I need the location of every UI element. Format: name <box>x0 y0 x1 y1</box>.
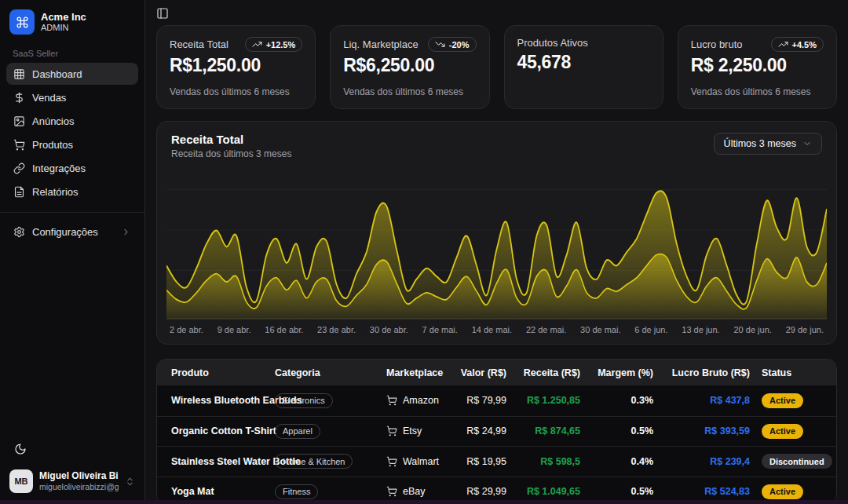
column-header-receita-r-: Receita (R$) <box>510 367 583 378</box>
column-header-lucro-bruto-r-: Lucro Bruto (R$) <box>656 367 753 378</box>
stat-subtitle: Vendas dos últimos 6 meses <box>691 86 824 97</box>
column-header-valor-r-: Valor (R$) <box>455 367 510 378</box>
stat-title: Produtos Ativos <box>517 37 588 49</box>
topbar <box>156 5 837 22</box>
table-body: Wireless Bluetooth Earbuds Electronics A… <box>157 385 836 504</box>
cell-produto: Stainless Steel Water Bottle <box>157 456 272 467</box>
main-content: Receita Total +12.5% R$1,250.00 Vendas d… <box>145 0 848 504</box>
sidebar-item-anuncios[interactable]: Anúncios <box>6 110 138 132</box>
cell-valor: R$ 79,99 <box>455 395 510 406</box>
area-chart-svg <box>166 170 827 320</box>
status-badge: Active <box>762 484 803 499</box>
grid-icon <box>13 68 25 80</box>
trend-value: +12.5% <box>266 40 296 49</box>
cell-lucro: R$ 239,4 <box>656 456 753 467</box>
x-tick: 14 de mai. <box>472 325 512 334</box>
x-axis-ticks: 2 de abr.9 de abr.16 de abr.23 de abr.30… <box>166 320 827 336</box>
cart-icon <box>386 395 397 406</box>
marketplace-name: Amazon <box>403 395 439 406</box>
cell-lucro: R$ 393,59 <box>656 425 753 436</box>
sidebar-item-vendas[interactable]: Vendas <box>6 86 138 108</box>
trending-down-icon <box>435 39 445 49</box>
cell-valor: R$ 24,99 <box>455 425 510 436</box>
org-switcher[interactable]: Acme Inc ADMIN <box>6 8 138 35</box>
x-tick: 22 de mai. <box>526 325 566 334</box>
cell-receita: R$ 874,65 <box>510 425 583 436</box>
stat-card-lucro-bruto: Lucro bruto +4.5% R$ 2,250.00 Vendas dos… <box>678 25 837 109</box>
cell-produto: Yoga Mat <box>157 486 272 497</box>
category-badge: Fitness <box>275 484 318 499</box>
sidebar-item-label: Integrações <box>32 163 86 174</box>
column-header-margem-: Margem (%) <box>583 367 656 378</box>
sidebar-item-dashboard[interactable]: Dashboard <box>6 63 138 85</box>
table-row: Wireless Bluetooth Earbuds Electronics A… <box>157 385 836 416</box>
sidebar-item-relatorios[interactable]: Relatórios <box>6 181 138 203</box>
dollar-icon <box>13 92 25 104</box>
sidebar-item-label: Anúncios <box>32 115 74 127</box>
x-tick: 30 de abr. <box>370 325 408 334</box>
sidebar-section-label: SaaS Seller <box>6 49 138 58</box>
x-tick: 13 de jun. <box>682 325 719 334</box>
sidebar-item-configuracoes[interactable]: Configurações <box>6 221 138 243</box>
x-tick: 16 de abr. <box>265 325 303 334</box>
date-range-select[interactable]: Últimos 3 meses <box>714 133 822 155</box>
cart-icon <box>386 425 397 436</box>
stat-value: R$1,250.00 <box>170 55 302 76</box>
x-tick: 30 de mai. <box>580 325 620 334</box>
status-badge: Active <box>762 424 803 439</box>
stat-cards-row: Receita Total +12.5% R$1,250.00 Vendas d… <box>156 25 837 109</box>
theme-toggle-button[interactable] <box>9 438 31 460</box>
x-tick: 9 de abr. <box>217 325 251 334</box>
stat-card-liq-marketplace: Liq. Marketplace -20% R$6,250.00 Vendas … <box>330 25 489 109</box>
cell-produto: Wireless Bluetooth Earbuds <box>157 395 272 406</box>
cell-lucro: R$ 524,83 <box>656 486 753 497</box>
cell-margem: 0.3% <box>583 395 656 406</box>
x-tick: 7 de mai. <box>422 325 458 334</box>
user-name: Miguel Oliveira Bizzi <box>39 470 119 482</box>
x-tick: 2 de abr. <box>170 325 203 334</box>
file-icon <box>13 186 25 198</box>
link-icon <box>13 163 25 174</box>
trending-up-icon <box>778 39 788 49</box>
products-table: ProdutoCategoriaMarketplaceValor (R$)Rec… <box>156 359 837 504</box>
sidebar-item-label: Produtos <box>32 139 73 151</box>
cell-marketplace: Amazon <box>383 395 455 406</box>
image-icon <box>13 115 25 127</box>
status-badge: Active <box>762 393 803 408</box>
cell-produto: Organic Cotton T-Shirt <box>157 425 272 436</box>
cell-margem: 0.5% <box>583 486 656 497</box>
user-email: migueloliveirabizzi@gmail.... <box>39 482 119 492</box>
gear-icon <box>13 226 25 238</box>
area-chart <box>166 170 827 320</box>
status-badge: Discontinued <box>762 454 832 469</box>
sidebar-toggle-button[interactable] <box>156 7 169 20</box>
user-menu[interactable]: MB Miguel Oliveira Bizzi migueloliveirab… <box>6 466 138 496</box>
column-header-marketplace: Marketplace <box>383 367 455 378</box>
cell-marketplace: Etsy <box>383 425 455 436</box>
column-header-categoria: Categoria <box>272 367 383 378</box>
table-row: Organic Cotton T-Shirt Apparel Etsy R$ 2… <box>157 416 836 447</box>
sidebar-item-label: Vendas <box>32 92 66 104</box>
table-header-row: ProdutoCategoriaMarketplaceValor (R$)Rec… <box>157 360 836 385</box>
stat-card-receita-total: Receita Total +12.5% R$1,250.00 Vendas d… <box>156 25 316 109</box>
column-header-status: Status <box>753 367 836 378</box>
marketplace-name: Etsy <box>403 425 422 436</box>
cell-marketplace: eBay <box>383 486 455 497</box>
user-meta: Miguel Oliveira Bizzi migueloliveirabizz… <box>39 470 119 492</box>
stat-value: R$6,250.00 <box>343 55 476 76</box>
stat-value: R$ 2,250.00 <box>691 55 824 76</box>
trend-value: -20% <box>449 40 470 49</box>
chart-header: Receita Total Receita dos últimos 3 mese… <box>166 133 827 159</box>
sidebar: Acme Inc ADMIN SaaS Seller Dashboard Ven… <box>0 0 145 504</box>
trend-badge: +4.5% <box>771 37 824 52</box>
sidebar-item-integracoes[interactable]: Integrações <box>6 157 138 179</box>
stat-value: 45,678 <box>517 52 650 73</box>
sidebar-divider <box>0 212 144 213</box>
marketplace-name: eBay <box>403 486 426 497</box>
stat-subtitle: Vendas dos últimos 6 meses <box>170 86 302 97</box>
sidebar-item-produtos[interactable]: Produtos <box>6 133 138 155</box>
command-icon <box>16 16 29 29</box>
table-row: Stainless Steel Water Bottle Home & Kitc… <box>157 446 836 477</box>
cell-receita: R$ 1.250,85 <box>510 395 583 406</box>
cart-icon <box>386 486 397 497</box>
